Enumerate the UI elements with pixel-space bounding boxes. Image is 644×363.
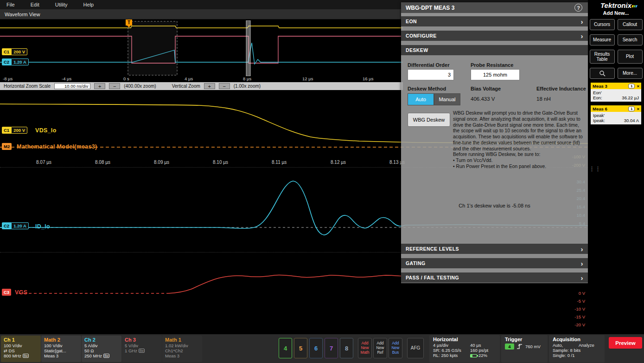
overview-ch2-badge[interactable]: C2 1.20 A: [2, 58, 29, 65]
ch1-bandwidth: 800 MHz: [4, 353, 21, 358]
channel-7-button[interactable]: 7: [325, 338, 338, 358]
math1-setting-badge[interactable]: Math 1 1.02 kW/div Ch1*Ch2 Meas 3: [162, 336, 202, 362]
section-gating[interactable]: GATING ›: [401, 258, 588, 268]
add-new-ref-button[interactable]: Add New Ref: [373, 338, 387, 358]
math2-meas: Meas 3: [44, 353, 78, 358]
section-pass-fail[interactable]: PASS / FAIL TESTING ›: [401, 272, 588, 283]
more-button[interactable]: More...: [618, 68, 643, 79]
panel-title: WBG-DPT MEAS 3: [406, 5, 454, 11]
add-new-bus-button[interactable]: Add New Bus: [389, 338, 402, 358]
acquisition-settings-badge[interactable]: Acquisition Auto,Analyze Sample: 8 bits …: [549, 335, 605, 363]
overview-ch1-id: C1: [2, 48, 11, 55]
results-table-button[interactable]: Results Table: [590, 50, 615, 64]
cursors-button[interactable]: Cursors: [590, 19, 615, 30]
zoom-search-button[interactable]: [590, 68, 615, 79]
bias-voltage-label: Bias Voltage: [471, 86, 501, 91]
trigger-title: Trigger: [505, 337, 544, 342]
panel-title-bar[interactable]: WBG-DPT MEAS 3 ?: [401, 2, 588, 13]
menu-file[interactable]: File: [6, 2, 15, 7]
horizontal-settings-badge[interactable]: Horizontal 4 µs/div40 µs SR: 6.25 GS/s16…: [429, 335, 500, 363]
overview-time-label: -4 µs: [62, 76, 71, 81]
overview-time-label: 0 s: [123, 76, 129, 81]
ch3-bandwidth: 1 GHz: [125, 348, 137, 353]
vgs-axis-label: -20 V: [553, 322, 585, 327]
menu-help[interactable]: Help: [83, 2, 94, 7]
meas3-value: 36.22 µJ: [622, 95, 639, 100]
math2-setting-badge[interactable]: Math 2 100 V/div Static[gat... Meas 3: [41, 336, 81, 362]
ch1-scale: 200 V: [11, 127, 27, 134]
sample-resolution: 160 ps/pt: [470, 348, 496, 353]
ch3-badge[interactable]: C3: [2, 289, 11, 296]
meas3-close-icon[interactable]: ×: [637, 84, 639, 89]
overview-vgs-trace: [0, 36, 403, 63]
ch1-probe: DS: [9, 348, 15, 353]
channel-5-button[interactable]: 5: [294, 338, 307, 358]
callout-button[interactable]: Callout: [618, 19, 643, 30]
help-icon[interactable]: ?: [574, 4, 582, 12]
section-eon[interactable]: EON ›: [401, 16, 588, 26]
plot-button[interactable]: Plot: [618, 50, 643, 64]
logo-color-mark: [632, 5, 637, 7]
panel-drag-handle[interactable]: ⋮⋮: [589, 167, 601, 170]
horizontal-window: 40 µs: [470, 343, 496, 348]
rising-edge-icon: [516, 343, 523, 350]
vzoom-plus-button[interactable]: +: [204, 83, 215, 89]
ch2-name: Ch 2: [84, 337, 119, 343]
acquisition-overview[interactable]: T C1 200 V C2 1.20 A -8 µs -4 µs 0 s 4 µ…: [0, 19, 403, 82]
vgs-label: VGS: [15, 289, 27, 296]
ch2-bandwidth: 250 MHz: [84, 353, 102, 358]
deskew-value-note: Ch 1's deskew value is -5.08 ns: [401, 203, 588, 208]
trigger-marker-icon[interactable]: T: [126, 19, 132, 26]
add-new-math-button[interactable]: Add New Math: [358, 338, 372, 358]
channel-4-button[interactable]: 4: [279, 338, 292, 358]
math1-source: Ch1*Ch2: [165, 348, 199, 353]
settings-bar: Ch 1 100 V/div ⇄ DS 800 MHzBw Math 2 100…: [0, 333, 644, 363]
meas6-close-icon[interactable]: ×: [637, 106, 639, 111]
deskew-bullet-1: • Turn on Vcc/Vdd.: [453, 158, 492, 163]
preview-button[interactable]: Preview: [609, 337, 642, 349]
vzoom-minus-button[interactable]: −: [219, 83, 230, 89]
add-math-line3: Math: [361, 350, 370, 355]
zoom-selection-box: [128, 21, 177, 75]
id-label: ID_lo: [35, 223, 50, 230]
ch1-badge[interactable]: C1 200 V: [2, 127, 27, 134]
ch1-setting-badge[interactable]: Ch 1 100 V/div ⇄ DS 800 MHzBw: [1, 336, 41, 362]
math2-badge[interactable]: M2: [2, 143, 12, 150]
probe-resistance-input[interactable]: [471, 69, 520, 80]
section-configure[interactable]: CONFIGURE ›: [401, 31, 588, 41]
wbg-deskew-button[interactable]: WBG Deskew: [408, 113, 450, 127]
afg-button[interactable]: AFG: [407, 338, 424, 358]
differential-order-input[interactable]: [408, 69, 454, 80]
hzoom-minus-button[interactable]: −: [109, 83, 120, 89]
hzoom-plus-button[interactable]: +: [94, 83, 105, 89]
channel-8-button[interactable]: 8: [340, 338, 353, 358]
overview-time-label: 12 µs: [302, 76, 313, 81]
meas3-result-badge[interactable]: Meas 3 1 × Eon' Eon: 36.22 µJ: [591, 83, 641, 102]
menu-utility[interactable]: Utility: [55, 2, 68, 7]
menu-edit[interactable]: Edit: [31, 2, 39, 7]
channel-6-button[interactable]: 6: [309, 338, 323, 358]
search-button[interactable]: Search: [618, 34, 643, 45]
meas6-count-badge: 1: [628, 106, 635, 111]
trigger-settings-badge[interactable]: Trigger 4 760 mV: [501, 335, 548, 363]
ch3-setting-badge[interactable]: Ch 3 5 V/div 1 GHzBw: [122, 336, 162, 362]
ch1-id: C1: [2, 127, 11, 134]
deskew-manual-button[interactable]: Manual: [434, 93, 460, 105]
time-label: 8.12 µs: [331, 160, 346, 165]
deskew-method-label: Deskew Method: [408, 86, 446, 91]
ch2-setting-badge[interactable]: Ch 2 5 A/div 50 Ω 250 MHzBw: [82, 336, 121, 362]
ch3-name: Ch 3: [125, 337, 159, 343]
horizontal-title: Horizontal: [433, 337, 496, 342]
trigger-level: 760 mV: [525, 344, 541, 349]
deskew-auto-button[interactable]: Auto: [408, 93, 434, 105]
tektronix-logo-text: Tektronix: [600, 1, 631, 9]
horizontal-zoom-scale-field[interactable]: 10.00 ns/div: [54, 83, 90, 89]
section-reference-levels[interactable]: REFERENCE LEVELS ›: [401, 244, 588, 254]
ch2-badge[interactable]: C2 1.20 A: [2, 222, 29, 229]
overview-ch1-badge[interactable]: C1 200 V: [2, 48, 27, 55]
meas6-result-badge[interactable]: Meas 6 1 × Ipeak' Ipeak: 30.04 A: [591, 105, 641, 124]
meas3-key: Eon:: [593, 95, 602, 100]
measure-button[interactable]: Measure: [590, 34, 615, 45]
math2-source: Static[gat...: [44, 348, 78, 353]
section-deskew[interactable]: DESKEW: [401, 45, 588, 55]
